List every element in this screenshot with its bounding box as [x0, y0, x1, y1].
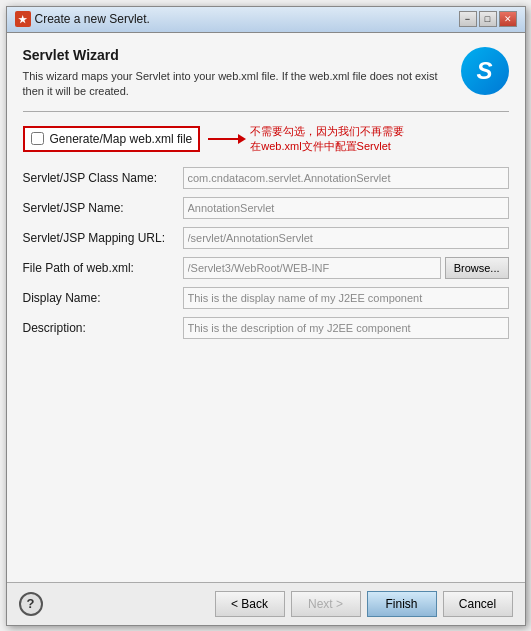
class-name-label: Servlet/JSP Class Name:	[23, 171, 183, 185]
servlet-name-label: Servlet/JSP Name:	[23, 201, 183, 215]
checkbox-wrapper: Generate/Map web.xml file	[23, 126, 201, 152]
header-section: Servlet Wizard This wizard maps your Ser…	[23, 47, 509, 100]
back-button[interactable]: < Back	[215, 591, 285, 617]
minimize-button[interactable]: −	[459, 11, 477, 27]
footer-buttons: < Back Next > Finish Cancel	[215, 591, 513, 617]
generate-webxml-checkbox[interactable]	[31, 132, 44, 145]
wizard-logo: S	[461, 47, 509, 95]
description-row: Description:	[23, 317, 509, 339]
servlet-name-input[interactable]	[183, 197, 509, 219]
browse-button[interactable]: Browse...	[445, 257, 509, 279]
display-name-row: Display Name:	[23, 287, 509, 309]
class-name-input[interactable]	[183, 167, 509, 189]
footer: ? < Back Next > Finish Cancel	[7, 582, 525, 625]
content-area: Servlet Wizard This wizard maps your Ser…	[7, 33, 525, 582]
spacer	[23, 339, 509, 574]
main-window: ★ Create a new Servlet. − □ ✕ Servlet Wi…	[6, 6, 526, 626]
titlebar: ★ Create a new Servlet. − □ ✕	[7, 7, 525, 33]
cancel-button[interactable]: Cancel	[443, 591, 513, 617]
header-text: Servlet Wizard This wizard maps your Ser…	[23, 47, 451, 100]
filepath-row: File Path of web.xml: Browse...	[23, 257, 509, 279]
arrow-head	[238, 134, 246, 144]
class-name-row: Servlet/JSP Class Name:	[23, 167, 509, 189]
display-name-input[interactable]	[183, 287, 509, 309]
mapping-input[interactable]	[183, 227, 509, 249]
description-input[interactable]	[183, 317, 509, 339]
wizard-title: Servlet Wizard	[23, 47, 451, 63]
checkbox-label: Generate/Map web.xml file	[50, 132, 193, 146]
arrow-line	[208, 138, 238, 140]
maximize-button[interactable]: □	[479, 11, 497, 27]
header-divider	[23, 111, 509, 112]
window-title: Create a new Servlet.	[35, 12, 455, 26]
window-icon: ★	[15, 11, 31, 27]
next-button[interactable]: Next >	[291, 591, 361, 617]
servlet-name-row: Servlet/JSP Name:	[23, 197, 509, 219]
filepath-input[interactable]	[183, 257, 441, 279]
help-button[interactable]: ?	[19, 592, 43, 616]
mapping-row: Servlet/JSP Mapping URL:	[23, 227, 509, 249]
display-name-label: Display Name:	[23, 291, 183, 305]
annotation-text: 不需要勾选，因为我们不再需要在web.xml文件中配置Servlet	[250, 124, 410, 153]
checkbox-row: Generate/Map web.xml file 不需要勾选，因为我们不再需要…	[23, 124, 509, 153]
filepath-label: File Path of web.xml:	[23, 261, 183, 275]
annotation-arrow: 不需要勾选，因为我们不再需要在web.xml文件中配置Servlet	[208, 124, 410, 153]
window-controls: − □ ✕	[459, 11, 517, 27]
finish-button[interactable]: Finish	[367, 591, 437, 617]
wizard-description: This wizard maps your Servlet into your …	[23, 69, 451, 100]
form-section: Servlet/JSP Class Name: Servlet/JSP Name…	[23, 167, 509, 339]
description-label: Description:	[23, 321, 183, 335]
mapping-label: Servlet/JSP Mapping URL:	[23, 231, 183, 245]
close-button[interactable]: ✕	[499, 11, 517, 27]
